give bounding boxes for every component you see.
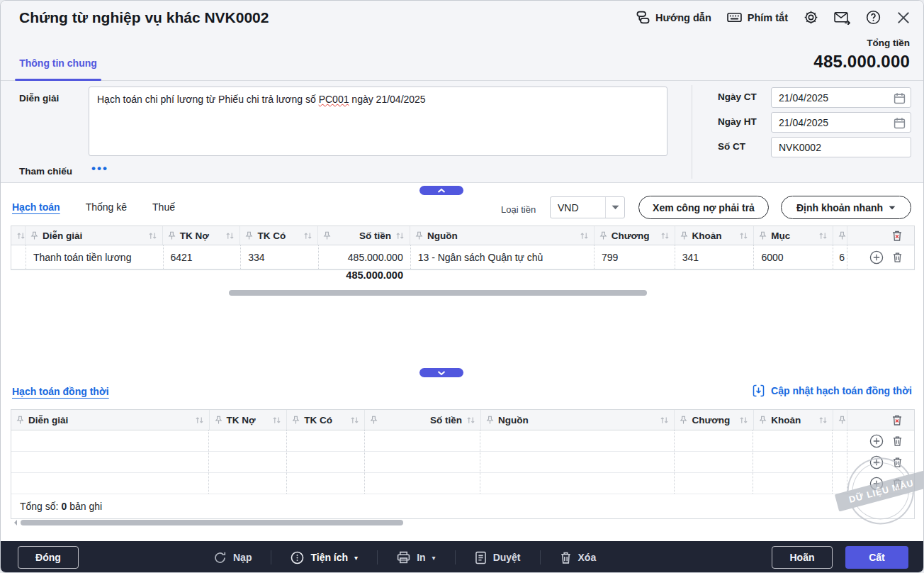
pin-icon[interactable] <box>370 416 378 425</box>
col-nguon[interactable]: Nguồn <box>410 226 595 245</box>
cell-muc[interactable]: 6000 <box>754 245 833 269</box>
col-khoan[interactable]: Khoản <box>754 410 833 430</box>
cell-tk-no[interactable]: 6421 <box>164 245 242 269</box>
shortcuts-button[interactable]: Phím tắt <box>727 11 788 23</box>
simultaneous-accounting-link[interactable]: Hạch toán đồng thời <box>12 386 109 397</box>
col-tk-no[interactable]: TK Nợ <box>163 226 241 245</box>
pin-icon[interactable] <box>245 231 253 240</box>
col-tk-no[interactable]: TK Nợ <box>210 410 288 430</box>
approve-button[interactable]: Duyệt <box>475 551 521 564</box>
scrollbar-left-arrow[interactable] <box>11 520 17 525</box>
pin-icon[interactable] <box>323 231 331 240</box>
pin-icon[interactable] <box>680 231 688 240</box>
sort-icon[interactable] <box>739 416 748 424</box>
cell-so-tien[interactable]: 485.000.000 <box>319 245 411 269</box>
col-tk-co[interactable]: TK Có <box>287 410 365 430</box>
reference-more-button[interactable]: ••• <box>91 162 108 176</box>
doc-no-input[interactable] <box>772 138 911 157</box>
reload-button[interactable]: Nạp <box>213 551 252 564</box>
pin-icon[interactable] <box>292 416 300 425</box>
sort-icon[interactable] <box>395 232 405 240</box>
settings-button[interactable] <box>804 10 818 25</box>
sort-icon[interactable] <box>16 232 26 240</box>
add-row-icon[interactable] <box>869 477 884 491</box>
clipped-column-header[interactable] <box>833 226 847 245</box>
pin-icon[interactable] <box>759 416 767 425</box>
pin-icon[interactable] <box>599 231 607 240</box>
pin-icon[interactable] <box>168 231 176 240</box>
tab-thue[interactable]: Thuế <box>152 201 175 213</box>
sort-icon[interactable] <box>660 416 669 424</box>
pin-icon[interactable] <box>215 416 222 425</box>
pin-icon[interactable] <box>415 231 423 240</box>
delete-row-icon[interactable] <box>892 252 903 263</box>
guide-button[interactable]: Hướng dẫn <box>636 11 711 24</box>
save-button[interactable]: Cất <box>845 546 908 569</box>
table-row[interactable]: Thanh toán tiền lương 6421 334 485.000.0… <box>11 245 914 269</box>
col-tk-co[interactable]: TK Có <box>240 226 318 245</box>
cell-khoan[interactable]: 341 <box>675 245 755 269</box>
col-so-tien[interactable]: Số tiền <box>318 226 410 245</box>
cell-dien-giai[interactable]: Thanh toán tiền lương <box>26 245 164 269</box>
pin-icon[interactable] <box>838 416 846 425</box>
calendar-icon[interactable] <box>894 117 906 129</box>
horizontal-scrollbar[interactable] <box>21 520 403 525</box>
col-so-tien[interactable]: Số tiền <box>365 410 481 430</box>
postpone-button[interactable]: Hoãn <box>772 546 833 569</box>
delete-row-icon[interactable] <box>892 457 903 468</box>
col-muc[interactable]: Mục <box>754 226 833 245</box>
calendar-icon[interactable] <box>894 92 906 104</box>
horizontal-scrollbar[interactable] <box>229 290 647 296</box>
description-textarea[interactable]: Hạch toán chi phí lương từ Phiếu chi trả… <box>89 87 667 156</box>
cell-clipped[interactable]: 6 <box>833 245 847 269</box>
doc-date-input[interactable] <box>772 88 911 107</box>
view-payables-button[interactable]: Xem công nợ phải trả <box>638 196 769 219</box>
sort-icon[interactable] <box>225 232 235 240</box>
cell-tk-co[interactable]: 334 <box>241 245 319 269</box>
sort-icon[interactable] <box>466 416 475 424</box>
col-khoan[interactable]: Khoản <box>675 226 755 245</box>
pin-icon[interactable] <box>16 416 24 425</box>
clipped-column-header[interactable] <box>11 226 26 245</box>
sort-icon[interactable] <box>660 232 670 240</box>
col-nguon[interactable]: Nguồn <box>481 410 675 430</box>
clipped-column-header[interactable] <box>833 410 847 430</box>
sort-icon[interactable] <box>818 416 828 424</box>
col-chuong[interactable]: Chương <box>595 226 675 245</box>
delete-row-icon[interactable] <box>892 435 903 447</box>
tab-general-info[interactable]: Thông tin chung <box>15 57 101 69</box>
table-row-empty[interactable] <box>11 473 914 494</box>
pin-icon[interactable] <box>30 231 38 240</box>
currency-select[interactable]: VND <box>550 196 625 218</box>
col-dien-giai[interactable]: Diễn giải <box>11 410 210 430</box>
collapse-header-button[interactable] <box>419 186 463 195</box>
update-simultaneous-button[interactable]: Cập nhật hạch toán đồng thời <box>753 384 912 397</box>
pin-icon[interactable] <box>680 416 687 425</box>
delete-all-rows-icon[interactable] <box>891 414 903 426</box>
delete-row-icon[interactable] <box>892 478 903 489</box>
pin-icon[interactable] <box>759 231 767 240</box>
tab-hach-toan[interactable]: Hạch toán <box>12 201 60 213</box>
print-button[interactable]: In ▾ <box>397 551 435 564</box>
add-row-icon[interactable] <box>869 434 884 448</box>
collapse-section-button[interactable] <box>419 368 463 377</box>
tab-thong-ke[interactable]: Thống kê <box>86 201 127 213</box>
cell-chuong[interactable]: 799 <box>595 245 675 269</box>
pin-icon[interactable] <box>486 416 494 425</box>
delete-button[interactable]: Xóa <box>560 551 597 564</box>
sort-icon[interactable] <box>195 416 204 424</box>
sort-icon[interactable] <box>148 232 157 240</box>
delete-all-rows-icon[interactable] <box>891 230 903 242</box>
sort-icon[interactable] <box>818 232 828 240</box>
close-button[interactable]: Đóng <box>18 546 79 569</box>
utilities-button[interactable]: Tiện ích ▾ <box>291 551 358 564</box>
col-dien-giai[interactable]: Diễn giải <box>26 226 163 245</box>
sort-icon[interactable] <box>303 232 312 240</box>
pin-icon[interactable] <box>838 231 846 240</box>
table-row-empty[interactable] <box>11 430 914 452</box>
add-row-icon[interactable] <box>869 455 884 469</box>
quick-entry-button[interactable]: Định khoản nhanh <box>781 196 911 219</box>
sort-icon[interactable] <box>350 416 359 424</box>
sort-icon[interactable] <box>272 416 281 424</box>
send-mail-button[interactable] <box>834 11 850 25</box>
